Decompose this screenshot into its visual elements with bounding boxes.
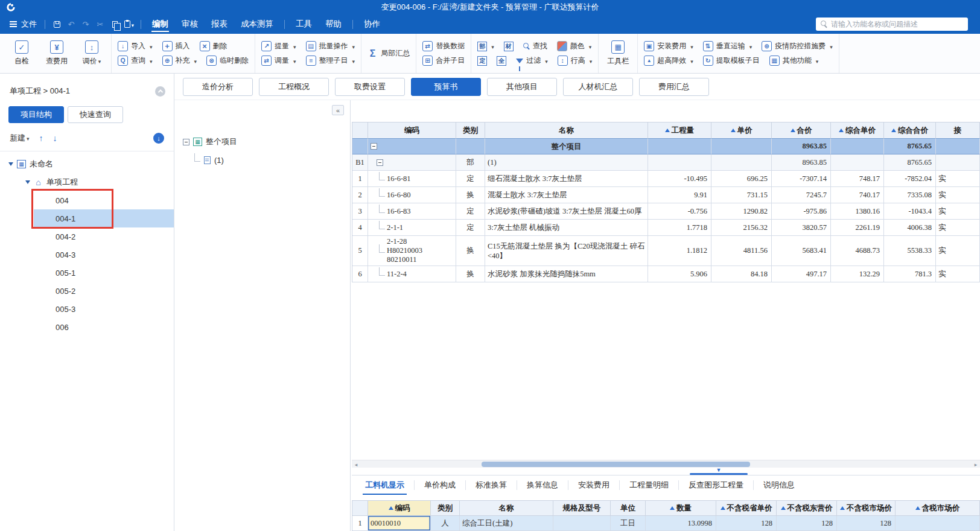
tree-node-005-1[interactable]: 005-1 (34, 264, 174, 282)
copy-button[interactable] (107, 17, 122, 31)
row-number-cell[interactable]: 1 (352, 516, 368, 531)
total-price-cell[interactable]: 7245.7 (772, 187, 831, 203)
tab-labor-material-summary[interactable]: 人材机汇总 (563, 78, 633, 96)
col-header-unit[interactable]: 单位 (611, 501, 646, 516)
col-header-province-price[interactable]: 不含税省单价 (716, 501, 777, 516)
row-number-cell[interactable]: 2 (352, 187, 368, 203)
move-up-button[interactable]: ↑ (39, 133, 43, 143)
col-header-category[interactable]: 类别 (456, 122, 485, 139)
col-header-category[interactable]: 类别 (431, 501, 460, 516)
tab-labor-material-display[interactable]: 工料机显示 (355, 480, 415, 490)
col-header-name[interactable]: 名称 (485, 122, 648, 139)
col-header-taxed-market-price[interactable]: 含税市场价 (896, 501, 980, 516)
category-cell[interactable]: 换 (456, 236, 485, 266)
province-price-cell[interactable]: 128 (716, 516, 777, 531)
download-button[interactable]: ↓ (153, 133, 164, 144)
view-ding-button[interactable]: 定 (477, 56, 487, 66)
total-price-cell[interactable]: 5683.41 (772, 236, 831, 266)
labor-material-row[interactable]: 1 00010010 人 综合工日(土建) 工日 13.0998 128 128… (352, 516, 980, 531)
quantity-cell[interactable]: -10.495 (648, 171, 711, 187)
name-cell[interactable]: C15无筋混凝土垫层 换为【C20现浇混凝土 碎石<40】 (485, 236, 648, 266)
spec-cell[interactable] (553, 516, 611, 531)
row-number-cell[interactable]: 5 (352, 236, 368, 266)
tab-cost-analysis[interactable]: 造价分析 (183, 78, 253, 96)
comp-unit-price-cell[interactable]: 132.29 (831, 266, 884, 282)
clipped-cell[interactable]: 实 (936, 220, 980, 236)
category-cell[interactable]: 换 (456, 187, 485, 203)
collapse-panel-button[interactable] (155, 86, 165, 97)
cut-button[interactable]: ✂ (93, 17, 107, 31)
total-price-cell[interactable]: -975.86 (772, 203, 831, 220)
tab-fee-settings[interactable]: 取费设置 (335, 78, 405, 96)
row-number-cell[interactable]: B1 (352, 154, 368, 171)
total-price-cell[interactable]: 8963.85 (772, 154, 831, 171)
col-header-clipped[interactable]: 接 (936, 122, 980, 139)
quantity-cell[interactable] (648, 138, 711, 154)
col-header-comp-total-price[interactable]: 综合合价 (884, 122, 936, 139)
menu-baobiao[interactable]: 报表 (205, 14, 234, 34)
comp-total-price-cell[interactable]: 781.3 (884, 266, 936, 282)
extract-quantity-button[interactable]: 提量 (261, 41, 296, 51)
collapse-icon[interactable] (377, 159, 383, 166)
extract-template-button[interactable]: 提取模板子目 (703, 56, 760, 66)
collapse-icon[interactable] (183, 139, 189, 145)
comp-unit-price-cell[interactable]: 1380.16 (831, 203, 884, 220)
scrollbar-thumb[interactable] (482, 462, 750, 467)
view-bu-button[interactable]: 部 (477, 42, 494, 51)
col-header-code[interactable]: 编码 (368, 501, 431, 516)
market-price-cell[interactable]: 128 (837, 516, 896, 531)
delete-button[interactable]: 删除 (200, 41, 228, 51)
vertical-transport-button[interactable]: 垂直运输 (703, 41, 752, 51)
undo-button[interactable]: ↶ (64, 17, 78, 31)
move-down-button[interactable]: ↓ (53, 133, 57, 143)
tab-fee-summary[interactable]: 费用汇总 (639, 78, 709, 96)
comp-total-price-cell[interactable]: -7852.04 (884, 171, 936, 187)
tree-node-004-3[interactable]: 004-3 (34, 246, 174, 264)
col-header-total-price[interactable]: 合价 (772, 122, 831, 139)
code-cell[interactable]: 11-2-4 (368, 266, 456, 282)
splitter-handle[interactable]: ▼ (690, 468, 748, 475)
table-row[interactable]: 1 16-6-81 定 细石混凝土散水 3:7灰土垫层 -10.495 696.… (352, 171, 980, 187)
clipped-cell[interactable]: 实 (936, 187, 980, 203)
menu-chengbencesuan[interactable]: 成本测算 (234, 14, 280, 34)
comp-total-price-cell[interactable]: -1043.4 (884, 203, 936, 220)
table-row-section[interactable]: B1 部 (1) 8963.85 8765.65 (352, 154, 980, 171)
tree-node-004-2[interactable]: 004-2 (34, 227, 174, 246)
clipped-cell[interactable] (936, 154, 980, 171)
name-cell[interactable]: 3:7灰土垫层 机械振动 (485, 220, 648, 236)
category-cell[interactable]: 定 (456, 220, 485, 236)
total-price-cell[interactable]: 8963.85 (772, 138, 831, 154)
menu-bangzhu[interactable]: 帮助 (319, 14, 348, 34)
quantity-cell[interactable]: -0.756 (648, 203, 711, 220)
table-row[interactable]: 2 16-6-80 换 混凝土散水 3:7灰土垫层 9.91 731.15 72… (352, 187, 980, 203)
total-price-cell[interactable]: -7307.14 (772, 171, 831, 187)
file-menu[interactable]: 文件 (6, 19, 40, 30)
tab-standard-conversion[interactable]: 标准换算 (466, 480, 517, 490)
supplement-button[interactable]: 补充 (162, 56, 197, 66)
row-number-cell[interactable] (352, 138, 368, 154)
code-cell[interactable] (368, 154, 456, 171)
batch-operation-button[interactable]: 批量操作 (306, 41, 355, 51)
self-check-button[interactable]: 自检 (8, 40, 35, 66)
comp-unit-price-cell[interactable] (831, 154, 884, 171)
temp-delete-button[interactable]: 临时删除 (206, 56, 249, 66)
horizontal-scrollbar[interactable]: ◂ ▸ (352, 460, 980, 468)
collapse-left-button[interactable] (332, 105, 344, 115)
code-cell[interactable]: 2-1-1 (368, 220, 456, 236)
quantity-cell[interactable] (648, 154, 711, 171)
quantity-cell[interactable]: 13.0998 (646, 516, 716, 531)
query-button[interactable]: 查询 (118, 56, 153, 66)
tab-conversion-info[interactable]: 换算信息 (517, 480, 568, 490)
category-cell[interactable]: 部 (456, 154, 485, 171)
adjust-quantity-button[interactable]: 调量 (261, 56, 296, 66)
toolbar-panel-button[interactable]: 工具栏 (605, 40, 631, 66)
comp-total-price-cell[interactable]: 8765.65 (884, 154, 936, 171)
redo-button[interactable]: ↷ (78, 17, 93, 31)
code-cell[interactable]: 16-6-81 (368, 171, 456, 187)
filter-button[interactable]: 过滤 (516, 56, 548, 66)
table-row[interactable]: 5 2-1-28 H80210003 80210011 换 C15无筋混凝土垫层… (352, 236, 980, 266)
epidemic-fee-button[interactable]: 疫情防控措施费 (762, 41, 833, 51)
total-price-cell[interactable]: 3820.57 (772, 220, 831, 236)
category-cell[interactable]: 定 (456, 203, 485, 220)
tab-project-overview[interactable]: 工程概况 (259, 78, 329, 96)
